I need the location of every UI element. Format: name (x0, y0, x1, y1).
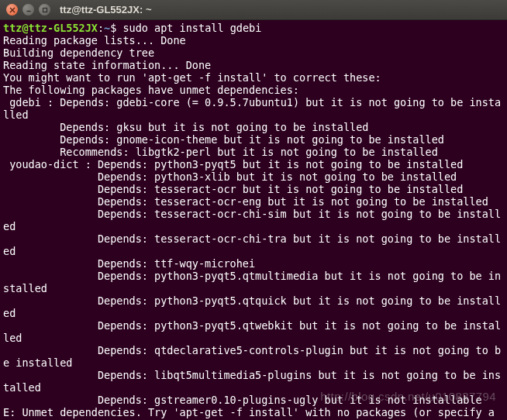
output-line: Recommends: libgtk2-perl but it is not g… (3, 146, 438, 158)
output-line: Depends: qtdeclarative5-controls-plugin … (3, 344, 501, 369)
output-line: Depends: python3-pyqt5.qtquick but it is… (3, 294, 501, 319)
output-line: Depends: gksu but it is not going to be … (3, 121, 368, 133)
output-line: Depends: tesseract-ocr but it is not goi… (3, 183, 463, 195)
output-line: Depends: tesseract-ocr-chi-tra but it is… (3, 232, 501, 257)
prompt-path: ~ (104, 22, 110, 34)
output-line: You might want to run 'apt-get -f instal… (3, 71, 381, 84)
prompt-dollar: $ (110, 22, 122, 34)
output-line: Depends: python3-pyqt5.qtwebkit but it i… (3, 319, 501, 344)
output-line: Depends: libqt5multimedia5-plugins but i… (3, 369, 501, 394)
window-title: ttz@ttz-GL552JX: ~ (60, 4, 152, 15)
close-icon[interactable] (6, 4, 18, 15)
maximize-icon[interactable] (39, 4, 50, 15)
command-text: sudo apt install gdebi (122, 22, 261, 34)
output-line: Depends: python3-xlib but it is not goin… (3, 170, 457, 183)
output-line: Depends: gnome-icon-theme but it is not … (3, 133, 444, 146)
output-line: Depends: tesseract-ocr-chi-sim but it is… (3, 208, 501, 232)
output-line: Depends: tesseract-ocr-eng but it is not… (3, 195, 488, 208)
minimize-icon[interactable] (22, 4, 34, 15)
window-title-bar: ttz@ttz-GL552JX: ~ (0, 0, 507, 20)
output-line: E: Unmet dependencies. Try 'apt-get -f i… (3, 406, 501, 420)
output-line: Building dependency tree (3, 46, 154, 59)
output-line: Depends: gstreamer0.10-plugins-ugly but … (3, 394, 482, 406)
output-line: gdebi : Depends: gdebi-core (= 0.9.5.7ub… (3, 96, 501, 121)
output-line: youdao-dict : Depends: python3-pyqt5 but… (3, 158, 463, 170)
window-controls (6, 4, 50, 15)
terminal-area[interactable]: ttz@ttz-GL552JX:~$ sudo apt install gdeb… (0, 20, 507, 420)
output-line: Depends: python3-pyqt5.qtmultimedia but … (3, 270, 501, 294)
output-line: Reading package lists... Done (3, 34, 186, 46)
prompt-sep: : (98, 22, 104, 34)
output-line: The following packages have unmet depend… (3, 84, 299, 96)
output-line: Depends: ttf-wqy-microhei (3, 257, 255, 270)
prompt-user-host: ttz@ttz-GL552JX (3, 22, 98, 34)
output-line: Reading state information... Done (3, 59, 211, 71)
svg-rect-0 (43, 8, 47, 12)
